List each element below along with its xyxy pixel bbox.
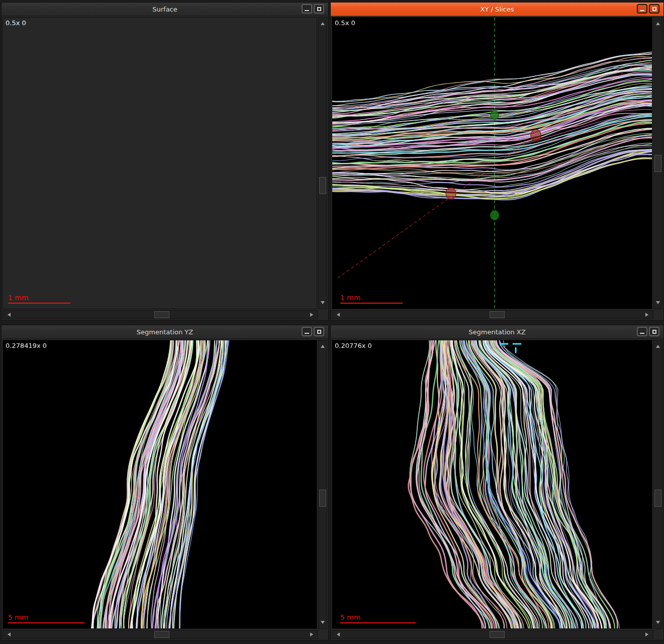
panel-title: Segmentation YZ <box>137 328 193 336</box>
scalebar-label: 1 mm <box>340 294 361 302</box>
scrollbar-thumb[interactable] <box>654 155 661 172</box>
window-controls <box>637 4 659 14</box>
render-canvas[interactable] <box>3 340 317 628</box>
scrollbar-track[interactable] <box>342 311 643 319</box>
viewport-surface[interactable]: 0.5x 0 1 mm <box>3 17 317 309</box>
titlebar-segmentation-yz[interactable]: Segmentation YZ <box>2 325 328 339</box>
scroll-down-icon[interactable] <box>321 301 325 306</box>
scrollbar-track[interactable] <box>654 27 662 299</box>
window-controls <box>302 4 324 14</box>
scroll-right-icon[interactable] <box>310 632 315 636</box>
panel-xy-slices: XY / Slices 0.5x 0 1 mm <box>330 2 664 321</box>
maximize-icon <box>652 7 656 11</box>
scroll-up-icon[interactable] <box>321 20 325 25</box>
minimize-button[interactable] <box>302 327 312 336</box>
render-canvas[interactable] <box>3 18 317 309</box>
horizontal-scrollbar[interactable] <box>3 310 318 319</box>
vertical-scrollbar[interactable] <box>653 17 662 309</box>
scalebar-line <box>340 303 403 304</box>
titlebar-surface[interactable]: Surface <box>2 3 328 16</box>
maximize-icon <box>317 330 321 334</box>
maximize-button[interactable] <box>649 4 659 14</box>
scrollbar-track[interactable] <box>342 630 643 638</box>
scalebar-label: 5 mm <box>340 613 361 621</box>
scalebar-label: 1 mm <box>8 294 29 302</box>
panel-title: Segmentation XZ <box>468 328 525 336</box>
render-canvas[interactable] <box>332 18 652 309</box>
scrollbar-track[interactable] <box>13 630 308 638</box>
scroll-left-icon[interactable] <box>335 313 340 317</box>
scroll-down-icon[interactable] <box>656 301 660 306</box>
scrollbar-thumb[interactable] <box>319 490 326 507</box>
horizontal-scrollbar[interactable] <box>3 630 318 639</box>
scroll-right-icon[interactable] <box>645 313 650 317</box>
horizontal-scrollbar[interactable] <box>332 310 653 319</box>
scrollbar-thumb[interactable] <box>654 490 661 507</box>
scroll-down-icon[interactable] <box>321 621 325 626</box>
mdi-workspace: Surface 0.5x 0 1 mm <box>0 0 664 644</box>
minimize-button[interactable] <box>637 327 647 336</box>
titlebar-segmentation-xz[interactable]: Segmentation XZ <box>331 325 663 339</box>
scroll-up-icon[interactable] <box>656 343 660 348</box>
scalebar-line <box>8 303 70 304</box>
minimize-button[interactable] <box>637 4 647 14</box>
scroll-left-icon[interactable] <box>6 632 11 636</box>
scrollbar-thumb[interactable] <box>490 631 505 638</box>
scroll-right-icon[interactable] <box>645 632 650 636</box>
window-controls <box>302 327 324 336</box>
maximize-icon <box>652 330 656 334</box>
scalebar: 5 mm <box>8 614 84 623</box>
panel-segmentation-xz: Segmentation XZ 0.20776x 0 5 mm <box>330 325 664 640</box>
minimize-icon <box>640 333 644 334</box>
scrollbar-track[interactable] <box>13 311 308 319</box>
scalebar-line <box>8 622 84 623</box>
vertical-scrollbar[interactable] <box>318 17 327 309</box>
window-controls <box>637 327 659 336</box>
render-canvas[interactable] <box>332 340 652 628</box>
maximize-button[interactable] <box>649 327 659 336</box>
zoom-level-label: 0.5x 0 <box>335 19 355 27</box>
horizontal-scrollbar[interactable] <box>332 630 653 639</box>
scroll-up-icon[interactable] <box>656 20 660 25</box>
scalebar-label: 5 mm <box>8 613 29 621</box>
scroll-up-icon[interactable] <box>321 343 325 348</box>
vertical-scrollbar[interactable] <box>653 340 662 629</box>
scalebar: 1 mm <box>340 294 403 304</box>
viewport-xy-slices[interactable]: 0.5x 0 1 mm <box>332 17 652 309</box>
scroll-right-icon[interactable] <box>310 313 315 317</box>
scalebar: 1 mm <box>8 294 70 304</box>
minimize-icon <box>640 10 644 11</box>
zoom-level-label: 0.20776x 0 <box>335 342 372 349</box>
scroll-left-icon[interactable] <box>6 313 11 317</box>
maximize-icon <box>317 7 321 11</box>
panel-segmentation-yz: Segmentation YZ 0.278419x 0 5 mm <box>1 325 329 640</box>
scrollbar-thumb[interactable] <box>490 311 505 318</box>
scrollbar-thumb[interactable] <box>319 177 326 194</box>
titlebar-xy-slices[interactable]: XY / Slices <box>331 3 663 16</box>
minimize-icon <box>305 10 309 11</box>
scrollbar-thumb[interactable] <box>154 631 169 638</box>
maximize-button[interactable] <box>314 327 324 336</box>
maximize-button[interactable] <box>314 4 324 14</box>
zoom-level-label: 0.5x 0 <box>6 19 26 27</box>
scrollbar-track[interactable] <box>319 27 327 299</box>
viewport-segmentation-xz[interactable]: 0.20776x 0 5 mm <box>332 340 652 629</box>
panel-title: Surface <box>152 6 177 13</box>
minimize-icon <box>305 333 309 334</box>
vertical-scrollbar[interactable] <box>318 340 327 629</box>
scalebar-line <box>340 622 416 623</box>
scrollbar-thumb[interactable] <box>154 311 169 318</box>
minimize-button[interactable] <box>302 4 312 14</box>
scrollbar-track[interactable] <box>319 350 327 619</box>
scalebar: 5 mm <box>340 614 416 623</box>
scroll-down-icon[interactable] <box>656 621 660 626</box>
scrollbar-track[interactable] <box>654 350 662 619</box>
zoom-level-label: 0.278419x 0 <box>6 342 47 349</box>
viewport-segmentation-yz[interactable]: 0.278419x 0 5 mm <box>3 340 317 629</box>
panel-surface: Surface 0.5x 0 1 mm <box>1 2 329 321</box>
panel-title: XY / Slices <box>481 6 514 13</box>
scroll-left-icon[interactable] <box>335 632 340 636</box>
